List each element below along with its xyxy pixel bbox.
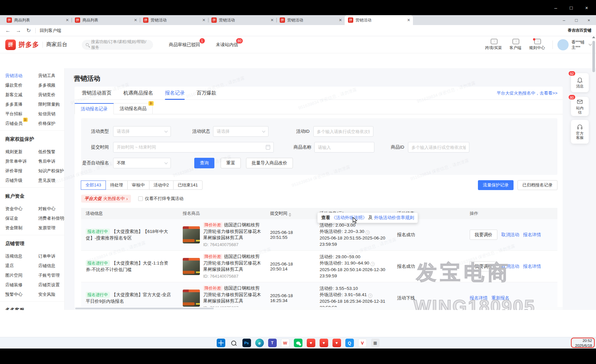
help-icon[interactable] — [370, 262, 375, 266]
product-thumbnail[interactable] — [183, 226, 200, 243]
inbox-float-card[interactable]: 80 站内信 — [571, 97, 589, 116]
sidebar-item[interactable]: 多多视频 — [38, 82, 62, 88]
sidebar-item[interactable]: 异常单申诉 — [5, 158, 34, 164]
tab-close-icon[interactable]: ✕ — [339, 18, 342, 22]
auto-signup-select[interactable]: 不限 — [113, 158, 171, 168]
batch-import-reprice-button[interactable]: 批量导入商品改价 — [246, 158, 293, 168]
chevron-down-icon[interactable] — [589, 42, 592, 46]
wps-icon[interactable]: W — [281, 339, 290, 347]
review-rejected-link[interactable]: 商品审核已驳回 1 — [169, 42, 200, 48]
browser-tab[interactable]: 拼 商品列表 ✕ — [3, 15, 72, 25]
promo-signup-link[interactable]: 平台大促火热报名中，去看看>> — [497, 90, 557, 96]
archived-records-button[interactable]: 已归档报名记录 — [518, 180, 557, 190]
photoshop-icon[interactable]: Ps — [242, 339, 251, 347]
sidebar-item[interactable]: 店铺会员新 — [5, 121, 34, 126]
sidebar-item[interactable]: 营销活动 — [5, 73, 34, 79]
global-search-input[interactable]: 搜索功能/订单/课程/规则/帮助/服务 — [82, 40, 153, 50]
outer-field-explain-link[interactable]: 《活动外场说明》 — [331, 215, 367, 220]
unread-mail-link[interactable]: 未读站内信 80 — [216, 42, 238, 48]
activity-id-input[interactable] — [313, 126, 373, 137]
sidebar-item[interactable]: 资金中心 — [5, 206, 34, 212]
goods-name-field[interactable] — [318, 145, 371, 150]
goods-id-input[interactable] — [408, 142, 469, 153]
row-action[interactable]: 报名详情 — [470, 295, 487, 300]
reset-button[interactable]: 重置 — [221, 158, 241, 168]
official-service-float-card[interactable]: 官方客服 — [571, 120, 589, 144]
rule-center[interactable]: 1 规则中心 — [526, 39, 548, 51]
sidebar-item[interactable]: 新客立减 — [5, 92, 34, 98]
help-icon[interactable] — [368, 294, 372, 298]
sidebar-section-header[interactable]: 商家权益保护 — [5, 136, 62, 142]
browser-minimize-button[interactable]: – — [563, 18, 565, 23]
submit-time-range-input[interactable]: 开始时间 ~ 结束时间 — [113, 142, 274, 153]
search-icon[interactable] — [230, 339, 238, 347]
browser-tab[interactable]: 拼 营销活动 ✕ — [140, 15, 208, 25]
row-action[interactable]: 取消活动 — [501, 232, 519, 237]
taskbar-clock[interactable]: 20:52 2025/6/18 — [575, 338, 592, 348]
calculator-icon[interactable]: ▦ — [371, 339, 380, 347]
client-app[interactable]: 客户端 — [504, 39, 526, 51]
forward-icon[interactable]: → — [16, 28, 21, 34]
help-icon[interactable] — [365, 230, 370, 235]
back-to-client-bookmark[interactable]: 回到客户端 — [40, 28, 61, 34]
wechat-icon[interactable]: tb-active — [294, 339, 302, 347]
sidebar-item[interactable]: 资金限制 — [5, 225, 34, 231]
chat-app-icon[interactable]: Q — [345, 339, 354, 347]
browser-tab[interactable]: 拼 营销活动 ✕ — [276, 15, 345, 25]
browser-restore-button[interactable]: □ — [575, 18, 578, 23]
tab-close-icon[interactable]: ✕ — [134, 18, 137, 22]
sidebar-section-header[interactable]: 店铺管理 — [5, 240, 62, 247]
sidebar-item[interactable]: 短信营销 — [38, 111, 62, 117]
sub-tab[interactable]: 活动报名记录 — [75, 103, 114, 114]
pinduoduo-icon-3[interactable] — [332, 339, 341, 347]
row-action[interactable]: 我要调价 — [470, 261, 497, 271]
status-chip[interactable]: 审核中 — [127, 181, 149, 190]
sidebar-item[interactable]: 多多直播 — [5, 101, 34, 107]
status-chip[interactable]: 活动中2 — [149, 181, 173, 190]
product-thumbnail[interactable] — [183, 258, 200, 275]
back-icon[interactable]: ← — [5, 28, 11, 34]
sidebar-item[interactable]: 爆款竞价 — [5, 82, 34, 88]
vertical-scrollbar[interactable] — [592, 36, 596, 337]
product-thumbnail[interactable] — [183, 290, 200, 307]
sidebar-item[interactable]: 店铺升级 — [5, 178, 34, 183]
activity-status-select[interactable]: 请选择 — [213, 126, 268, 137]
main-tab[interactable]: 营销活动首页 — [82, 87, 111, 100]
query-button[interactable]: 查询 — [194, 158, 214, 168]
refresh-icon[interactable]: ↻ — [26, 27, 31, 34]
main-tab[interactable]: 报名记录 — [165, 87, 185, 100]
sidebar-item[interactable]: 保证金 — [5, 215, 34, 221]
sidebar-item[interactable]: 子账号管理 — [38, 272, 62, 278]
goods-id-field[interactable] — [412, 145, 466, 150]
tab-close-icon[interactable]: ✕ — [202, 18, 205, 22]
window-minimize-button[interactable]: – — [554, 5, 557, 11]
sidebar-item[interactable]: 评价举报 — [5, 168, 34, 174]
sidebar-section-header[interactable]: 多多客服 — [5, 307, 62, 310]
teams-icon[interactable]: T — [268, 339, 277, 347]
main-tab[interactable]: 百万爆款 — [197, 87, 216, 100]
sidebar-item[interactable]: 安全风险 — [38, 292, 62, 297]
sidebar-item[interactable]: 图片空间 — [5, 272, 34, 278]
sidebar-item[interactable]: 规则更新 — [5, 149, 34, 155]
sidebar-item[interactable]: 营销工具 — [38, 73, 62, 79]
sidebar-item[interactable]: 售后申诉 — [38, 158, 64, 164]
pinduoduo-icon-1[interactable]: tb-active — [307, 339, 315, 347]
crossborder-grocery[interactable]: 跨境/买菜 — [483, 39, 504, 51]
sidebar-item[interactable]: 退店 — [5, 263, 34, 269]
sidebar-item[interactable]: 价格保护 — [38, 121, 62, 126]
sidebar-item[interactable]: 订单申诉 — [38, 253, 62, 259]
sidebar-item[interactable]: 违规信息 — [5, 253, 34, 259]
browser-tab[interactable]: 拼 营销活动 ✕ — [208, 15, 276, 25]
browser-tab[interactable]: 拼 营销活动 ✕ — [345, 15, 413, 25]
sidebar-item[interactable]: 预警中心 — [5, 292, 34, 297]
tab-close-icon[interactable]: ✕ — [407, 18, 410, 22]
main-tab[interactable]: 机遇商品报名 — [123, 87, 153, 100]
sidebar-item[interactable]: 消费者补偿明细 — [38, 215, 65, 221]
tab-close-icon[interactable]: ✕ — [66, 18, 69, 22]
sub-tab[interactable]: 活动报名商品 新 — [114, 103, 153, 114]
scroll-up-icon[interactable] — [592, 36, 595, 38]
edge-icon[interactable]: e — [255, 339, 264, 347]
sidebar-item[interactable]: 知识产权保护 — [38, 168, 64, 174]
start-button[interactable] — [217, 339, 225, 347]
window-maximize-button[interactable]: □ — [570, 5, 573, 11]
